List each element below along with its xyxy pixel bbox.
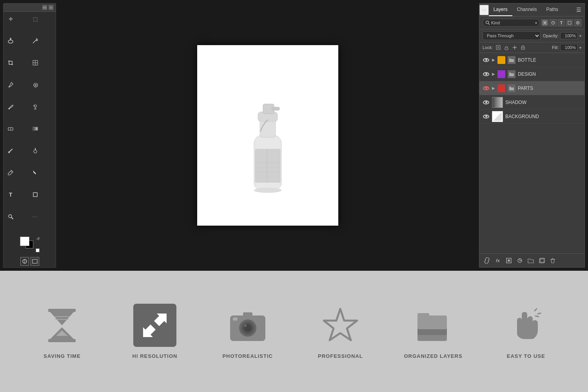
layer-eye-bottle[interactable]	[483, 57, 490, 64]
layer-color-bottle	[497, 56, 505, 64]
feature-professional: PROFESSIONAL	[294, 304, 387, 359]
blend-mode-select[interactable]: Pass Through	[483, 31, 541, 40]
filter-type-btn[interactable]: T	[558, 19, 565, 26]
slice-tool[interactable]	[30, 57, 41, 68]
layer-name-shadow: SHADOW	[505, 100, 581, 105]
swap-colors-btn[interactable]	[36, 248, 40, 252]
heal-tool[interactable]	[30, 79, 41, 90]
add-mask-btn[interactable]	[505, 256, 513, 265]
hi-resolution-icon-wrap	[133, 304, 176, 347]
magic-wand-tool[interactable]	[30, 35, 41, 46]
gradient-tool[interactable]	[30, 123, 41, 134]
default-colors-btn[interactable]: ↺	[36, 237, 40, 241]
panel-collapse-btn[interactable]: <<	[479, 5, 489, 15]
layer-eye-shadow[interactable]	[483, 99, 490, 106]
opacity-label: Opacity:	[543, 33, 559, 38]
layer-eye-parts[interactable]	[483, 85, 490, 92]
fill-input[interactable]	[560, 44, 578, 51]
layer-color-design	[497, 70, 505, 78]
lock-transparency-btn[interactable]	[495, 44, 501, 51]
quick-mask-btn[interactable]	[20, 257, 29, 266]
svg-rect-44	[568, 21, 571, 24]
type-tool[interactable]: T	[5, 189, 16, 200]
lock-image-btn[interactable]	[503, 44, 510, 51]
eraser-tool[interactable]	[5, 123, 16, 134]
add-group-btn[interactable]	[526, 256, 535, 265]
lasso-tool[interactable]	[5, 35, 16, 46]
feature-label-organized-layers: ORGANIZED LAYERS	[404, 353, 462, 359]
lock-all-btn[interactable]	[520, 44, 526, 51]
svg-rect-72	[243, 312, 252, 317]
zoom-tool[interactable]	[5, 211, 16, 222]
svg-point-11	[34, 105, 36, 107]
lock-position-btn[interactable]	[512, 44, 518, 51]
svg-rect-22	[33, 193, 37, 197]
marquee-tool[interactable]: ⬚	[30, 13, 41, 24]
tab-layers[interactable]: Layers	[489, 4, 512, 16]
filter-pixel-btn[interactable]	[541, 19, 548, 26]
hand-icon	[507, 307, 544, 344]
svg-marker-65	[154, 314, 167, 326]
layer-arrow-design[interactable]: ▶	[492, 72, 495, 76]
svg-rect-26	[33, 259, 37, 263]
foreground-color[interactable]	[20, 237, 29, 246]
toolbar-close-btn[interactable]: ×	[49, 5, 53, 10]
tab-paths[interactable]: Paths	[541, 4, 563, 16]
feature-saving-time: SAVING TIME	[16, 304, 109, 359]
foreground-background-colors[interactable]: ↺	[20, 237, 40, 252]
svg-rect-42	[544, 22, 546, 24]
svg-rect-28	[260, 120, 276, 137]
layer-name-background: BACKGROUND	[505, 114, 581, 119]
path-select-tool[interactable]	[30, 167, 41, 178]
hourglass-icon	[44, 307, 80, 344]
toolbar-titlebar: << ×	[4, 4, 56, 12]
smudge-tool[interactable]	[5, 145, 16, 156]
layer-eye-design[interactable]	[483, 71, 490, 78]
filter-kind-selector[interactable]: Kind ▾	[483, 19, 540, 27]
new-layer-btn[interactable]	[537, 256, 546, 265]
layer-bottle[interactable]: ▶ BOTTLE	[479, 53, 584, 67]
delete-layer-btn[interactable]	[548, 256, 557, 265]
layer-eye-background[interactable]	[483, 113, 490, 120]
layer-parts[interactable]: ▶ PARTS	[479, 81, 584, 95]
brush-tool[interactable]	[5, 101, 16, 112]
svg-marker-66	[143, 325, 156, 337]
filter-shape-btn[interactable]	[566, 19, 573, 26]
fx-btn[interactable]: fx	[494, 256, 502, 265]
feature-label-photorealistic: PHOTOREALISTIC	[222, 353, 273, 359]
photorealistic-icon-wrap	[226, 304, 269, 347]
pen-tool[interactable]	[5, 167, 16, 178]
layer-arrow-bottle[interactable]: ▶	[492, 58, 495, 62]
fill-arrow[interactable]: ▾	[579, 46, 581, 50]
crop-tool[interactable]	[5, 57, 16, 68]
more-tools-btn[interactable]: ···	[30, 211, 41, 222]
eyedropper-tool[interactable]	[5, 79, 16, 90]
layer-thumb-shadow	[492, 97, 503, 108]
layer-name-design: DESIGN	[518, 71, 581, 77]
add-link-btn[interactable]	[483, 256, 491, 265]
screen-mode-btn[interactable]	[31, 257, 39, 266]
dodge-tool[interactable]	[30, 145, 41, 156]
feature-label-professional: PROFESSIONAL	[318, 353, 363, 359]
add-adjustment-btn[interactable]	[515, 256, 524, 265]
easy-to-use-icon-wrap	[505, 304, 548, 347]
filter-smart-btn[interactable]	[574, 19, 581, 26]
saving-time-icon-wrap	[40, 304, 83, 347]
shape-tool[interactable]	[30, 189, 41, 200]
move-tool[interactable]: ✛	[5, 13, 16, 24]
opacity-input[interactable]	[560, 32, 578, 39]
toolbar-collapse-btn[interactable]: <<	[42, 5, 47, 10]
organized-layers-icon-wrap	[412, 304, 455, 347]
svg-point-19	[34, 150, 37, 153]
layer-arrow-parts[interactable]: ▶	[492, 86, 495, 90]
opacity-arrow[interactable]: ▾	[579, 34, 581, 38]
layer-design[interactable]: ▶ DESIGN	[479, 67, 584, 81]
panel-menu-btn[interactable]: ☰	[573, 4, 584, 15]
layer-background[interactable]: BACKGROUND	[479, 109, 584, 124]
clone-tool[interactable]	[30, 101, 41, 112]
svg-line-2	[37, 39, 38, 39]
opacity-row: Opacity: ▾	[543, 32, 581, 39]
layer-shadow[interactable]: SHADOW	[479, 95, 584, 109]
tab-channels[interactable]: Channels	[512, 4, 542, 16]
filter-adj-btn[interactable]	[550, 19, 557, 26]
